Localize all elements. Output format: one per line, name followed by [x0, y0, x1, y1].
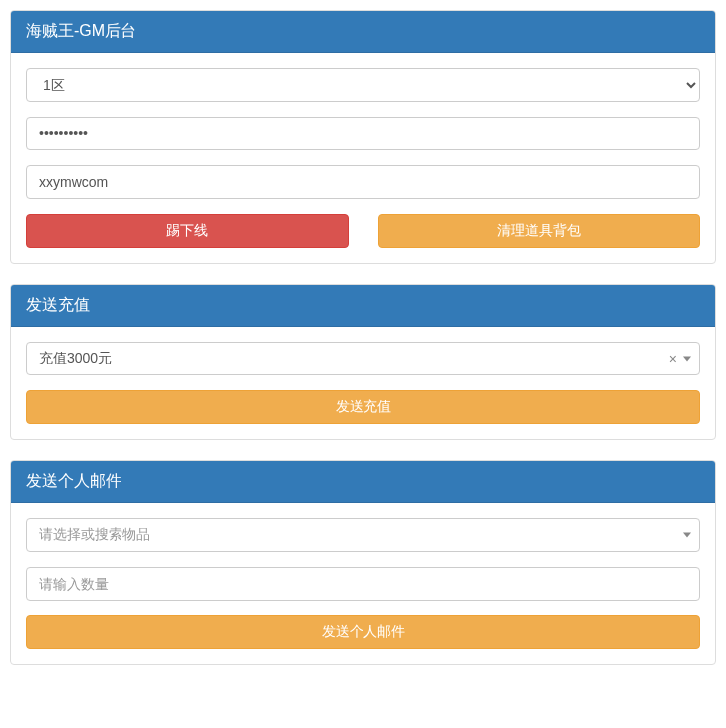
gm-panel-title: 海贼王-GM后台	[11, 11, 715, 53]
username-input[interactable]	[26, 165, 700, 199]
recharge-panel-body: 充值3000元 × 发送充值	[11, 327, 715, 439]
chevron-down-icon	[683, 532, 691, 537]
send-recharge-button[interactable]: 发送充值	[26, 390, 700, 424]
mail-panel-title: 发送个人邮件	[11, 461, 715, 503]
recharge-select[interactable]: 充值3000元 ×	[26, 342, 700, 375]
clear-bag-button[interactable]: 清理道具背包	[378, 214, 701, 248]
gm-panel: 海贼王-GM后台 1区 踢下线 清理道具背包	[10, 10, 716, 264]
gm-panel-body: 1区 踢下线 清理道具背包	[11, 53, 715, 263]
item-select[interactable]: 请选择或搜索物品	[26, 518, 700, 552]
password-input[interactable]	[26, 117, 700, 150]
recharge-panel: 发送充值 充值3000元 × 发送充值	[10, 284, 716, 440]
item-select-placeholder: 请选择或搜索物品	[39, 526, 150, 544]
zone-select[interactable]: 1区	[26, 68, 700, 102]
chevron-down-icon	[683, 356, 691, 361]
quantity-input[interactable]	[26, 567, 700, 601]
kick-offline-button[interactable]: 踢下线	[26, 214, 349, 248]
mail-panel: 发送个人邮件 请选择或搜索物品 发送个人邮件	[10, 460, 716, 665]
clear-icon[interactable]: ×	[669, 351, 677, 366]
send-mail-button[interactable]: 发送个人邮件	[26, 615, 700, 649]
recharge-panel-title: 发送充值	[11, 285, 715, 327]
mail-panel-body: 请选择或搜索物品 发送个人邮件	[11, 503, 715, 664]
recharge-select-value: 充值3000元	[39, 350, 112, 367]
